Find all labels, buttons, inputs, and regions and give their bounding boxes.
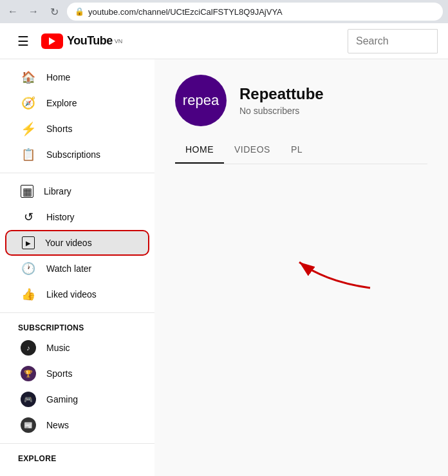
channel-subscribers: No subscribers [239,106,324,116]
sidebar-item-news[interactable]: 📰 News [5,412,149,438]
channel-tabs: HOME VIDEOS PL [175,137,427,164]
channel-info: repea Repeattube No subscribers [175,75,427,126]
yt-logo-text: YouTube [67,34,113,48]
sidebar-label-shorts: Shorts [46,124,72,134]
sidebar-label-music: Music [46,343,70,353]
sidebar-item-explore[interactable]: 🧭 Explore [5,90,149,116]
watch-later-icon: 🕐 [21,261,36,276]
sidebar-item-history[interactable]: ↺ History [5,204,149,230]
sidebar-label-subscriptions: Subscriptions [46,149,100,160]
lock-icon: 🔒 [75,7,84,16]
yt-logo[interactable]: YouTubeVN [41,33,122,49]
hamburger-button[interactable]: ☰ [10,28,36,54]
main-layout: 🏠 Home 🧭 Explore ⚡ Shorts 📋 Subscription… [0,59,448,476]
sidebar-divider-2 [0,312,154,313]
search-input[interactable] [348,29,438,53]
forward-button[interactable]: → [26,4,41,19]
sidebar-label-explore: Explore [46,98,77,108]
channel-avatar: repea [175,75,227,126]
sidebar-item-home[interactable]: 🏠 Home [5,64,149,90]
refresh-button[interactable]: ↻ [46,4,62,19]
gaming-icon: 🎮 [21,392,36,407]
sidebar-divider-3 [0,443,154,444]
channel-avatar-text: repea [183,92,219,109]
annotation-arrow [286,243,377,294]
channel-meta: Repeattube No subscribers [239,85,324,116]
yt-logo-vn: VN [115,38,123,44]
sidebar-label-news: News [46,420,69,430]
sidebar-item-liked-videos[interactable]: 👍 Liked videos [5,281,149,307]
sidebar-label-library: Library [44,186,71,196]
url-text: youtube.com/channel/UCtEzciCalFSTYL8Q9JA… [88,7,283,17]
library-icon: ▦ [21,185,33,198]
history-icon: ↺ [21,209,36,225]
yt-header: ☰ YouTubeVN [0,23,448,59]
hamburger-icon: ☰ [17,33,29,49]
sidebar-label-gaming: Gaming [46,394,78,405]
explore-icon: 🧭 [21,95,36,111]
home-icon: 🏠 [21,70,36,85]
music-icon: ♪ [21,340,36,356]
sidebar-item-sports[interactable]: 🏆 Sports [5,361,149,386]
tab-videos[interactable]: VIDEOS [224,137,281,164]
sidebar-label-home: Home [46,72,70,82]
sidebar-divider-1 [0,173,154,173]
sidebar-label-your-videos: Your videos [45,238,92,248]
tab-playlists[interactable]: PL [281,137,313,164]
subscriptions-icon: 📋 [21,147,36,162]
sports-icon: 🏆 [21,366,36,381]
sidebar-item-your-videos[interactable]: ▶ Your videos [5,230,149,256]
sidebar-item-library[interactable]: ▦ Library [5,178,149,204]
sidebar-label-sports: Sports [46,368,72,379]
sidebar-item-shorts[interactable]: ⚡ Shorts [5,116,149,142]
tab-home[interactable]: HOME [175,137,224,164]
content-area: repea Repeattube No subscribers HOME VID… [154,59,448,476]
news-icon: 📰 [21,417,36,433]
sidebar-item-subscriptions[interactable]: 📋 Subscriptions [5,142,149,167]
yt-logo-icon [41,33,63,49]
sidebar-item-music[interactable]: ♪ Music [5,335,149,361]
back-button[interactable]: ← [5,4,21,19]
sidebar-item-gaming[interactable]: 🎮 Gaming [5,386,149,412]
your-videos-icon: ▶ [22,236,35,249]
sidebar: 🏠 Home 🧭 Explore ⚡ Shorts 📋 Subscription… [0,59,154,476]
browser-chrome: ← → ↻ 🔒 youtube.com/channel/UCtEzciCalFS… [0,0,448,23]
shorts-icon: ⚡ [21,121,36,137]
address-bar[interactable]: 🔒 youtube.com/channel/UCtEzciCalFSTYL8Q9… [67,3,443,21]
channel-header: repea Repeattube No subscribers HOME VID… [154,59,448,164]
subscriptions-section-title: SUBSCRIPTIONS [0,318,154,335]
sidebar-item-watch-later[interactable]: 🕐 Watch later [5,256,149,281]
sidebar-label-watch-later: Watch later [46,263,91,274]
yt-header-right [348,29,438,53]
sidebar-label-history: History [46,212,75,222]
sidebar-label-liked-videos: Liked videos [46,289,97,300]
channel-name: Repeattube [239,85,324,103]
explore-section-title: EXPLORE [0,449,154,466]
liked-videos-icon: 👍 [21,287,36,302]
